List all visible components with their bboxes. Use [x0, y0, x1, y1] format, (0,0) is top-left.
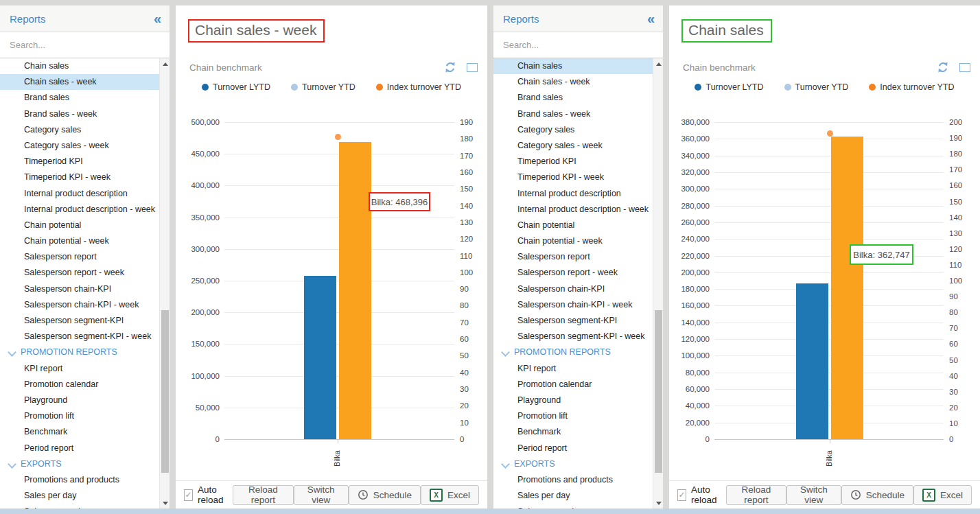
sidebar-item-kpi-report[interactable]: KPI report — [0, 361, 159, 377]
sidebar-item-promotion-lift[interactable]: Promotion lift — [493, 408, 653, 424]
x-axis-line — [714, 439, 944, 440]
scrollbar-thumb[interactable] — [161, 310, 169, 472]
sidebar-item-timeperiod-kpi[interactable]: Timeperiod KPI — [493, 154, 653, 170]
sidebar-item-salesperson-chain-kpi[interactable]: Salesperson chain-KPI — [0, 281, 159, 297]
schedule-button[interactable]: Schedule — [349, 485, 421, 505]
sidebar-item-salesperson-report[interactable]: Salesperson report — [493, 249, 653, 265]
y-axis-right-label: 30 — [949, 387, 972, 397]
sidebar-item-sales-per-week[interactable]: Sales per week — [0, 504, 159, 509]
sidebar-item-promotion-calendar[interactable]: Promotion calendar — [0, 377, 159, 393]
bar-turnover-ytd[interactable] — [831, 137, 863, 439]
sidebar-item-chain-potential[interactable]: Chain potential — [0, 218, 159, 233]
scroll-up-icon[interactable] — [160, 58, 170, 69]
sidebar-item-internal-product-description-week[interactable]: Internal product description - week — [493, 202, 653, 218]
sidebar-section-exports[interactable]: EXPORTS — [493, 456, 653, 472]
collapse-sidebar-icon[interactable]: « — [154, 12, 161, 25]
auto-reload-checkbox[interactable]: ✓ — [677, 489, 686, 501]
sidebar-item-category-sales-week[interactable]: Category sales - week — [0, 138, 159, 154]
bar-turnover-lytd[interactable] — [796, 283, 828, 439]
y-axis-left-label: 60,000 — [669, 384, 710, 394]
sidebar-item-period-report[interactable]: Period report — [0, 441, 159, 456]
sidebar-item-chain-sales[interactable]: Chain sales — [0, 58, 159, 74]
scrollbar[interactable] — [159, 58, 170, 509]
sidebar-item-kpi-report[interactable]: KPI report — [493, 361, 653, 377]
auto-reload-checkbox[interactable]: ✓ — [184, 489, 193, 501]
sidebar-item-timeperiod-kpi-week[interactable]: Timeperiod KPI - week — [493, 170, 653, 185]
report-toolbar: ✓ Auto reload Reload report Switch view … — [176, 480, 487, 509]
sidebar-item-brand-sales-week[interactable]: Brand sales - week — [493, 106, 653, 122]
sidebar-item-playground[interactable]: Playground — [0, 393, 159, 408]
sidebar-section-exports[interactable]: EXPORTS — [0, 456, 159, 472]
sidebar-item-category-sales-week[interactable]: Category sales - week — [493, 138, 653, 154]
sidebar-item-sales-per-day[interactable]: Sales per day — [493, 488, 653, 504]
y-axis-right-label: 150 — [949, 197, 972, 207]
sidebar-item-brand-sales-week[interactable]: Brand sales - week — [0, 106, 159, 122]
report-toolbar: ✓ Auto reload Reload report Switch view … — [669, 480, 980, 509]
sidebar-item-salesperson-chain-kpi[interactable]: Salesperson chain-KPI — [493, 281, 653, 297]
gridline — [714, 172, 944, 173]
y-axis-right-label: 40 — [949, 371, 972, 381]
switch-view-button[interactable]: Switch view — [786, 485, 841, 505]
sidebar-item-chain-potential[interactable]: Chain potential — [493, 218, 653, 233]
search-input[interactable] — [493, 32, 663, 58]
sidebar-section-promotion-reports[interactable]: PROMOTION REPORTS — [0, 344, 159, 360]
marker-index-turnover-ytd[interactable] — [827, 130, 833, 137]
sidebar-item-salesperson-segment-kpi[interactable]: Salesperson segment-KPI — [0, 313, 159, 329]
sidebar-item-playground[interactable]: Playground — [493, 393, 653, 408]
marker-index-turnover-ytd[interactable] — [335, 134, 341, 140]
sidebar-item-internal-product-description[interactable]: Internal product description — [0, 186, 159, 202]
scrollbar[interactable] — [653, 58, 663, 509]
sidebar-item-chain-sales-week[interactable]: Chain sales - week — [0, 74, 159, 90]
sidebar-item-sales-per-day[interactable]: Sales per day — [0, 488, 159, 504]
sidebar-item-category-sales[interactable]: Category sales — [0, 122, 159, 138]
y-axis-right-label: 110 — [949, 260, 972, 270]
scrollbar-thumb[interactable] — [655, 310, 662, 472]
sidebar-item-promotion-calendar[interactable]: Promotion calendar — [493, 377, 653, 393]
sidebar-item-salesperson-report-week[interactable]: Salesperson report - week — [0, 265, 159, 281]
sidebar-section-promotion-reports[interactable]: PROMOTION REPORTS — [493, 344, 653, 360]
schedule-button[interactable]: Schedule — [841, 485, 913, 505]
scroll-up-icon[interactable] — [653, 58, 663, 69]
reload-report-button[interactable]: Reload report — [233, 485, 294, 505]
sidebar-item-internal-product-description-week[interactable]: Internal product description - week — [0, 202, 159, 218]
scroll-down-icon[interactable] — [653, 498, 663, 509]
sidebar-item-internal-product-description[interactable]: Internal product description — [493, 186, 653, 202]
sidebar-item-promotions-and-products[interactable]: Promotions and products — [0, 472, 159, 488]
sidebar-item-promotions-and-products[interactable]: Promotions and products — [493, 472, 653, 488]
sidebar-item-salesperson-segment-kpi[interactable]: Salesperson segment-KPI — [493, 313, 653, 329]
sidebar-item-chain-potential-week[interactable]: Chain potential - week — [0, 233, 159, 249]
sidebar-item-category-sales[interactable]: Category sales — [493, 122, 653, 138]
sidebar-item-brand-sales[interactable]: Brand sales — [493, 90, 653, 106]
excel-button[interactable]: X Excel — [913, 485, 972, 505]
bar-turnover-lytd[interactable] — [304, 276, 336, 439]
scroll-down-icon[interactable] — [160, 498, 170, 509]
sidebar-item-benchmark[interactable]: Benchmark — [493, 424, 653, 440]
bar-turnover-ytd[interactable] — [339, 142, 371, 439]
sidebar-item-timeperiod-kpi[interactable]: Timeperiod KPI — [0, 154, 159, 170]
sidebar-item-salesperson-report[interactable]: Salesperson report — [0, 249, 159, 265]
sidebar-item-period-report[interactable]: Period report — [493, 441, 653, 456]
sidebar-item-salesperson-report-week[interactable]: Salesperson report - week — [493, 265, 653, 281]
sidebar-item-salesperson-segment-kpi-week[interactable]: Salesperson segment-KPI - week — [0, 329, 159, 344]
sidebar-item-sales-per-week[interactable]: Sales per week — [493, 504, 653, 509]
search-input[interactable] — [0, 32, 170, 58]
sidebar-item-salesperson-chain-kpi-week[interactable]: Salesperson chain-KPI - week — [493, 297, 653, 313]
sidebar-item-benchmark[interactable]: Benchmark — [0, 424, 159, 440]
excel-button[interactable]: X Excel — [421, 485, 479, 505]
chart-tooltip: Bilka: 468,396 — [369, 192, 430, 211]
y-axis-left-label: 240,000 — [669, 234, 710, 244]
y-axis-right-label: 140 — [460, 201, 483, 211]
sidebar-item-brand-sales[interactable]: Brand sales — [0, 90, 159, 106]
sidebar-item-salesperson-segment-kpi-week[interactable]: Salesperson segment-KPI - week — [493, 329, 653, 344]
auto-reload-toggle[interactable]: ✓ Auto reload — [677, 484, 726, 505]
auto-reload-toggle[interactable]: ✓ Auto reload — [184, 484, 233, 505]
sidebar-item-promotion-lift[interactable]: Promotion lift — [0, 408, 159, 424]
sidebar-item-timeperiod-kpi-week[interactable]: Timeperiod KPI - week — [0, 170, 159, 185]
sidebar-item-salesperson-chain-kpi-week[interactable]: Salesperson chain-KPI - week — [0, 297, 159, 313]
reload-report-button[interactable]: Reload report — [726, 485, 786, 505]
sidebar-item-chain-potential-week[interactable]: Chain potential - week — [493, 233, 653, 249]
switch-view-button[interactable]: Switch view — [294, 485, 349, 505]
collapse-sidebar-icon[interactable]: « — [647, 12, 655, 25]
sidebar-item-chain-sales[interactable]: Chain sales — [493, 58, 653, 74]
sidebar-item-chain-sales-week[interactable]: Chain sales - week — [493, 74, 653, 90]
